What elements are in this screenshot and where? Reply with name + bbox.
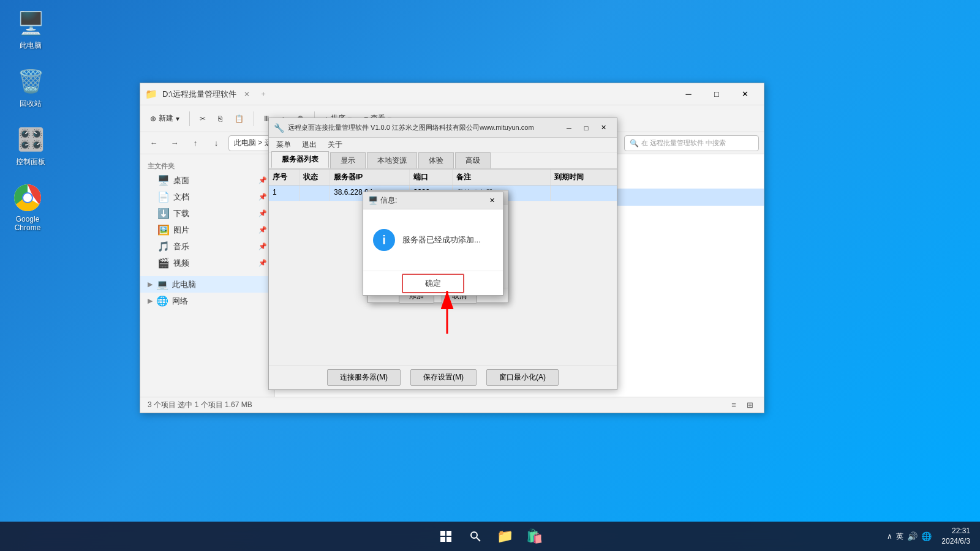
tab-experience[interactable]: 体验 xyxy=(418,152,454,168)
download-icon: ⬇️ xyxy=(157,208,170,219)
cell-expire xyxy=(551,186,617,201)
remote-menubar: 菜单 退出 关于 xyxy=(269,138,617,152)
desktop-icon-chrome[interactable]: GoogleChrome xyxy=(3,181,52,234)
docs-icon: 📄 xyxy=(157,191,170,203)
pin-icon: 📌 xyxy=(258,259,267,267)
pin-icon: 📌 xyxy=(258,176,267,184)
info-title-text-label: 信息: xyxy=(380,195,397,206)
sidebar-item-network[interactable]: ▶ 🌐 网络 xyxy=(140,293,274,309)
explorer-tab-add[interactable]: ＋ xyxy=(260,89,267,99)
svg-rect-6 xyxy=(447,531,451,536)
tab-local-resources[interactable]: 本地资源 xyxy=(367,152,417,168)
sidebar-item-pictures[interactable]: 🖼️ 图片 📌 xyxy=(140,222,274,238)
explorer-title-text: D:\远程批量管理软件 xyxy=(162,89,236,100)
toolbar-copy-button[interactable]: ⎘ xyxy=(213,112,227,126)
remote-titlebar: 🔧 远程桌面连接批量管理软件 V1.0.0 江苏米之图网络科技有限公司www.m… xyxy=(269,118,617,138)
sidebar-item-downloads[interactable]: ⬇️ 下载 📌 xyxy=(140,205,274,222)
controlpanel-label: 控制面板 xyxy=(16,157,45,167)
svg-point-2 xyxy=(23,193,32,202)
info-icon: i xyxy=(373,229,395,251)
header-ip: 服务器IP xyxy=(330,170,410,185)
search-box[interactable]: 🔍 在 远程批量管理软件 中搜索 xyxy=(624,135,759,151)
cut-icon: ✂ xyxy=(200,114,206,123)
remote-maximize-button[interactable]: □ xyxy=(578,121,595,135)
language-indicator[interactable]: 英 xyxy=(896,531,903,542)
toolbar-cut-button[interactable]: ✂ xyxy=(195,112,211,126)
sidebar-section-home: 主文件夹 xyxy=(140,157,274,172)
svg-line-10 xyxy=(477,538,480,541)
toolbar-new-button[interactable]: ⊕ 新建 ▾ xyxy=(145,111,184,126)
computer-icon: 🖥️ xyxy=(16,9,45,38)
clock-time: 22:31 xyxy=(941,526,970,536)
systray-expand-icon[interactable]: ∧ xyxy=(887,532,892,541)
status-text: 3 个项目 选中 1 个项目 1.67 MB xyxy=(148,400,252,410)
tab-server-list[interactable]: 服务器列表 xyxy=(271,151,329,168)
toolbar-paste-button[interactable]: 📋 xyxy=(230,112,249,126)
info-dialog-close-button[interactable]: ✕ xyxy=(486,195,498,207)
network-icon[interactable]: 🌐 xyxy=(921,531,932,541)
pin-icon: 📌 xyxy=(258,242,267,250)
desktop-icon-recycle[interactable]: 🗑️ 回收站 xyxy=(6,64,55,111)
tab-display[interactable]: 显示 xyxy=(330,152,366,168)
remote-window-controls: ─ □ ✕ xyxy=(560,121,612,135)
desktop-icon-controlpanel[interactable]: 🎛️ 控制面板 xyxy=(6,122,55,170)
sidebar-item-desktop[interactable]: 🖥️ 桌面 📌 xyxy=(140,172,274,189)
sidebar-item-videos[interactable]: 🎬 视频 📌 xyxy=(140,255,274,271)
sidebar-item-docs[interactable]: 📄 文档 📌 xyxy=(140,189,274,205)
tab-advanced[interactable]: 高级 xyxy=(455,152,491,168)
clock-date: 2024/6/3 xyxy=(941,536,970,547)
file-manager-button[interactable]: 📁 xyxy=(492,524,517,549)
explorer-title-area: 📁 D:\远程批量管理软件 ✕ ＋ xyxy=(145,88,267,100)
remote-tabs: 服务器列表 显示 本地资源 体验 高级 xyxy=(269,152,617,170)
sidebar-item-this-computer[interactable]: ▶ 💻 此电脑 xyxy=(140,276,274,293)
cell-status xyxy=(300,186,330,201)
remote-app-icon: 🔧 xyxy=(274,123,284,133)
explorer-window-controls: ─ □ ✕ xyxy=(674,83,759,105)
search-button[interactable] xyxy=(463,524,488,549)
toolbar-separator2 xyxy=(254,111,254,126)
save-settings-button[interactable]: 保存设置(M) xyxy=(410,369,477,386)
explorer-close-button[interactable]: ✕ xyxy=(731,83,759,105)
back-button[interactable]: ← xyxy=(145,135,162,152)
sidebar-label: 图片 xyxy=(173,225,189,236)
toolbar-separator xyxy=(189,111,190,126)
svg-rect-5 xyxy=(440,531,445,536)
info-dialog-body: i 服务器已经成功添加... xyxy=(363,209,503,271)
remote-close-button[interactable]: ✕ xyxy=(595,121,612,135)
pin-icon: 📌 xyxy=(258,226,267,234)
desktop-icon: 🖥️ xyxy=(157,174,170,186)
taskbar: 📁 🛍️ ∧ 英 🔊 🌐 22:31 2024/6/3 xyxy=(0,522,980,551)
forward-button[interactable]: → xyxy=(166,135,183,152)
explorer-statusbar: 3 个项目 选中 1 个项目 1.67 MB ≡ ⊞ xyxy=(140,397,764,413)
sidebar-item-music[interactable]: 🎵 音乐 📌 xyxy=(140,238,274,255)
down-button[interactable]: ↓ xyxy=(208,135,225,152)
recycle-icon: 🗑️ xyxy=(16,67,45,96)
minimize-window-button[interactable]: 窗口最小化(A) xyxy=(486,369,559,386)
info-title-area: 🖥️ 信息: xyxy=(368,195,397,206)
explorer-tab-close[interactable]: ✕ xyxy=(244,90,250,99)
cell-seq: 1 xyxy=(269,186,300,201)
connect-server-button[interactable]: 连接服务器(M) xyxy=(327,369,401,386)
grid-view-button[interactable]: ⊞ xyxy=(743,399,756,412)
menu-item-about[interactable]: 关于 xyxy=(323,138,347,151)
computer-icon: 💻 xyxy=(156,279,168,290)
desktop-icon-computer[interactable]: 🖥️ 此电脑 xyxy=(6,6,55,53)
controlpanel-icon: 🎛️ xyxy=(16,125,45,154)
volume-icon[interactable]: 🔊 xyxy=(907,531,918,541)
menu-item-exit[interactable]: 退出 xyxy=(297,138,322,151)
up-button[interactable]: ↑ xyxy=(187,135,204,152)
sidebar-label: 网络 xyxy=(172,296,188,307)
view-controls: ≡ ⊞ xyxy=(727,399,756,412)
expand-icon: ▶ xyxy=(148,280,153,288)
remote-footer: 连接服务器(M) 保存设置(M) 窗口最小化(A) xyxy=(269,365,617,389)
systray: ∧ 英 🔊 🌐 xyxy=(887,531,932,542)
list-view-button[interactable]: ≡ xyxy=(727,399,741,412)
clock[interactable]: 22:31 2024/6/3 xyxy=(941,526,970,547)
menu-item-menu[interactable]: 菜单 xyxy=(271,138,296,151)
start-button[interactable] xyxy=(434,524,458,549)
store-button[interactable]: 🛍️ xyxy=(522,524,546,549)
explorer-minimize-button[interactable]: ─ xyxy=(674,83,703,105)
remote-minimize-button[interactable]: ─ xyxy=(560,121,578,135)
expand-icon: ▶ xyxy=(148,297,153,305)
explorer-maximize-button[interactable]: □ xyxy=(703,83,731,105)
